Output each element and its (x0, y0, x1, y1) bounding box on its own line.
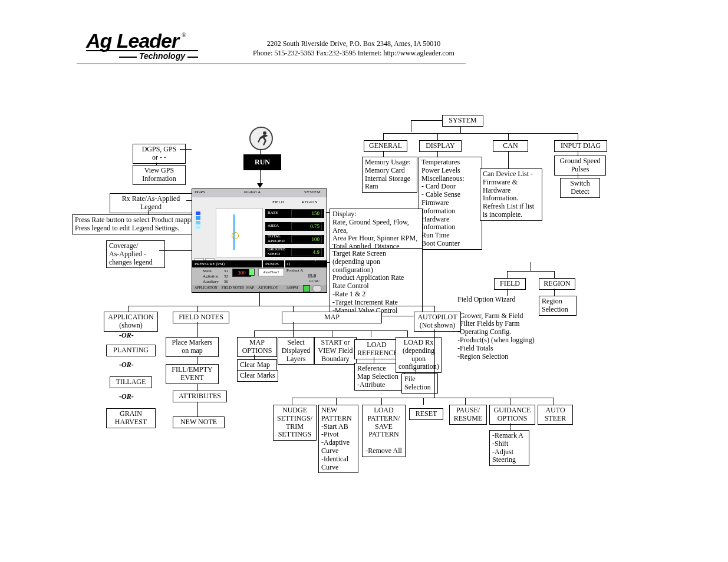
clearmap-node[interactable]: Clear Map (237, 359, 277, 371)
grain-node[interactable]: GRAIN HARVEST (106, 408, 156, 428)
select-layers-node[interactable]: Select Displayed Layers (278, 337, 314, 365)
newnote-node[interactable]: NEW NOTE (173, 416, 225, 428)
application-node[interactable]: APPLICATION (shown) (104, 312, 158, 332)
run-button[interactable]: RUN (243, 154, 281, 170)
input-groundspeed: Ground Speed Pulses (554, 156, 606, 176)
runner-icon (249, 127, 273, 150)
header-address: 2202 South Riverside Drive, P.O. Box 234… (245, 40, 463, 48)
registered-icon: ® (182, 32, 186, 38)
display-readouts: Display: Rate, Ground Speed, Flow, Area,… (330, 209, 423, 253)
newpattern-node[interactable]: NEW PATTERN -Start AB -Pivot -Adaptive C… (318, 405, 358, 473)
svg-point-0 (263, 131, 266, 135)
clearmarks-node[interactable]: Clear Marks (237, 370, 278, 382)
markers-node[interactable]: Place Markers on map (166, 337, 219, 357)
rxrate-node[interactable]: Rx Rate/As-Applied Legend (110, 193, 192, 213)
header-rule (77, 64, 466, 64)
system-node[interactable]: SYSTEM (442, 115, 483, 127)
reset-node[interactable]: RESET (409, 408, 443, 420)
tillage-node[interactable]: TILLAGE (110, 376, 152, 388)
pause-node[interactable]: PAUSE/ RESUME (449, 405, 487, 425)
general-node[interactable]: GENERAL (364, 140, 407, 152)
or-1: -OR- (119, 332, 134, 340)
planting-node[interactable]: PLANTING (106, 345, 156, 356)
field-notes: Field Option Wizard -Grower, Farm & Fiel… (457, 296, 552, 361)
nudge-node[interactable]: NUDGE SETTINGS/ TRIM SETTINGS (273, 405, 317, 441)
map-node[interactable]: MAP (282, 312, 382, 323)
autopilot-node[interactable]: AUTOPILOT (Not shown) (414, 312, 461, 332)
region-selection: Region Selection (539, 296, 577, 316)
input-switch: Switch Detect (560, 178, 600, 198)
header-contact: Phone: 515-232-5363 Fax:232-3595 Interne… (230, 49, 477, 58)
guidance-node[interactable]: GUIDANCE OPTIONS (489, 405, 535, 425)
or-2: -OR- (119, 361, 134, 369)
guidance-notes: -Remark A -Shift -Adjust Steering (489, 430, 529, 466)
fillempty-node[interactable]: FILL/EMPTY EVENT (166, 364, 219, 384)
dgps-node[interactable]: DGPS, GPS or - - (133, 144, 186, 164)
logo-main: Ag Leader (86, 29, 179, 52)
display-notes: Temperatures Power Levels Miscellaneous:… (419, 157, 482, 250)
general-notes: Memory Usage: Memory Card Internal Stora… (362, 157, 417, 193)
load-rx-notes: File Selection (401, 373, 438, 394)
can-notes: Can Device List - Firmware & Hardware In… (480, 168, 542, 221)
display-node[interactable]: DISPLAY (419, 140, 462, 152)
logo-sub: Technology (139, 51, 185, 61)
viewgps-node[interactable]: View GPS Information (133, 165, 186, 185)
or-3: -OR- (119, 393, 134, 401)
page: Ag Leader ® Technology 2202 South Rivers… (0, 0, 728, 562)
loadpattern-node[interactable]: LOAD PATTERN/ SAVE PATTERN -Remove All (362, 405, 406, 457)
mapoptions-node[interactable]: MAP OPTIONS (237, 337, 277, 357)
region-node[interactable]: REGION (539, 278, 575, 290)
load-reference-node[interactable]: LOAD REFERENCE (354, 339, 399, 359)
arrow-down-icon (257, 183, 263, 188)
inputdiag-node[interactable]: INPUT DIAG (554, 140, 607, 152)
attributes-node[interactable]: ATTRIBUTES (173, 391, 227, 402)
autosteer-node[interactable]: AUTO STEER (538, 405, 573, 425)
run-screen: DGPS Product A SYSTEM FIELD REGION RATE … (192, 189, 327, 293)
logo: Ag Leader ® Technology (86, 29, 200, 61)
fieldnotes-node[interactable]: FIELD NOTES (173, 312, 229, 323)
start-view-node[interactable]: START or VIEW Field Boundary (314, 337, 357, 365)
coverage-node: Coverage/ As-Applied - changes legend (106, 240, 165, 268)
can-node[interactable]: CAN (493, 140, 528, 152)
field-node[interactable]: FIELD (494, 278, 526, 290)
